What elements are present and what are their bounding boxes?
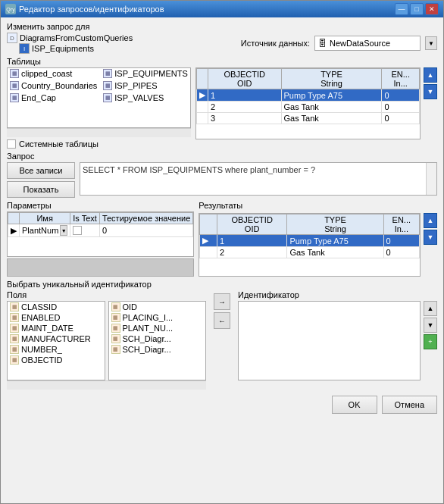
- cell-en: 0: [382, 113, 420, 124]
- footer-buttons: OK Отмена: [7, 393, 437, 417]
- cell-oid: 2: [208, 102, 281, 113]
- cell-en: 0: [383, 235, 419, 247]
- table-col-marker: [196, 69, 208, 89]
- table-name: Country_Boundaries: [21, 81, 97, 90]
- tables-horizontal-scrollbar[interactable]: [7, 128, 191, 137]
- table-name: End_Cap: [21, 93, 56, 102]
- close-button[interactable]: ✕: [425, 3, 439, 15]
- field-item-enabled[interactable]: ▦ ENABLED: [8, 312, 105, 323]
- table-row[interactable]: ▶ 1 Pump Type A75 0: [196, 89, 419, 102]
- param-dropdown-arrow[interactable]: ▼: [60, 225, 67, 236]
- fields-horizontal-scrollbar[interactable]: [7, 380, 206, 390]
- field-item-number[interactable]: ▦ NUMBER_: [8, 344, 105, 355]
- identifier-panel[interactable]: [238, 301, 421, 380]
- params-results-section: Параметры Имя Is Text Тестируемое значен…: [7, 201, 437, 277]
- table-row[interactable]: 3 Gas Tank 0: [196, 113, 419, 124]
- result-row[interactable]: 2 Gas Tank 0: [200, 247, 420, 258]
- datasource-dropdown-arrow[interactable]: ▼: [425, 36, 437, 50]
- table-row[interactable]: 2 Gas Tank 0: [196, 102, 419, 113]
- result-row[interactable]: ▶ 1 Pump Type A75 0: [200, 235, 420, 247]
- table-name: ISP_EQUIPMENTS: [114, 69, 188, 78]
- arrows-panel: → ←: [211, 290, 233, 332]
- field-icon: ▦: [10, 302, 19, 311]
- result-col-type: TYPEString: [287, 214, 383, 235]
- field-item-sch-diag2[interactable]: ▦ SCH_Diagr...: [109, 344, 206, 355]
- table-icon: ▦: [10, 69, 19, 78]
- unique-body: Поля ▦ CLASSID ▦ ENABLED: [7, 290, 437, 390]
- row-marker: [196, 113, 208, 124]
- row-marker: [196, 102, 208, 113]
- results-table-container[interactable]: OBJECTIDOID TYPEString EN...In... ▶ 1 Pu…: [199, 213, 421, 277]
- change-query-row: D DiagramsFromCustomQueries I ISP_Equipm…: [7, 33, 437, 54]
- maximize-button[interactable]: □: [410, 3, 424, 15]
- ok-button[interactable]: OK: [332, 396, 377, 414]
- result-col-marker: [200, 214, 217, 235]
- cell-oid: 1: [208, 89, 281, 102]
- field-item-oid[interactable]: ▦ OID: [109, 302, 206, 312]
- unique-identifier-label: Выбрать уникальный идентификатор: [7, 280, 437, 289]
- content-area: Изменить запрос для D DiagramsFromCustom…: [1, 17, 443, 503]
- datasource-combo[interactable]: 🗄 NewDataSource: [314, 36, 421, 51]
- cell-type: Pump Type A75: [287, 235, 383, 247]
- field-icon: ▦: [10, 345, 19, 354]
- field-icon: ▦: [111, 302, 120, 311]
- row-marker: [200, 247, 217, 258]
- change-query-section: Изменить запрос для D DiagramsFromCustom…: [7, 22, 437, 54]
- identifier-add-button[interactable]: +: [424, 334, 437, 349]
- field-item-maint-date[interactable]: ▦ MAINT_DATE: [8, 323, 105, 333]
- table-item-end-cap[interactable]: ▦ End_Cap: [8, 92, 99, 103]
- parameters-label: Параметры: [7, 201, 194, 210]
- results-scroll-down[interactable]: ▼: [424, 230, 437, 245]
- query-text: SELECT * FROM ISP_EQUIPMENTS where plant…: [83, 165, 315, 174]
- results-scroll-up[interactable]: ▲: [424, 213, 437, 228]
- tables-list[interactable]: ▦ clipped_coast ▦ ISP_EQUIPMENTS ▦ Count…: [7, 67, 191, 128]
- identifier-scroll-up[interactable]: ▲: [424, 301, 437, 316]
- results-panel: Результаты OBJECTIDOID TYPEString EN...I…: [199, 201, 437, 277]
- cell-type: Gas Tank: [281, 113, 382, 124]
- scroll-down-button[interactable]: ▼: [424, 84, 437, 99]
- istext-checkbox[interactable]: [73, 226, 82, 235]
- cell-en: 0: [383, 247, 419, 258]
- result-col-objectid: OBJECTIDOID: [217, 214, 286, 235]
- minimize-button[interactable]: —: [395, 3, 408, 15]
- table-item-isp-equip[interactable]: ▦ ISP_EQUIPMENTS: [101, 68, 190, 79]
- field-icon: ▦: [111, 345, 120, 354]
- query-scrollbar[interactable]: [426, 163, 436, 195]
- query-text-area[interactable]: SELECT * FROM ISP_EQUIPMENTS where plant…: [80, 162, 437, 196]
- table-item-isp-valves[interactable]: ▦ ISP_VALVES: [101, 92, 190, 103]
- tables-data-container[interactable]: OBJECTIDOID TYPEString EN...In... ▶ 1 Pu…: [195, 67, 421, 139]
- table-item-country[interactable]: ▦ Country_Boundaries: [8, 80, 99, 91]
- param-istext[interactable]: [70, 224, 100, 237]
- cancel-button[interactable]: Отмена: [382, 396, 437, 414]
- scroll-up-button[interactable]: ▲: [424, 67, 437, 83]
- fields-lists-row: ▦ CLASSID ▦ ENABLED ▦ MAINT_DATE: [7, 301, 206, 380]
- identifier-label: Идентификатор: [238, 290, 437, 299]
- field-item-classid[interactable]: ▦ CLASSID: [8, 302, 105, 312]
- table-item-isp-pipes[interactable]: ▦ ISP_PIPES: [101, 80, 190, 91]
- field-item-placing[interactable]: ▦ PLACING_I...: [109, 312, 206, 323]
- fields-right-list[interactable]: ▦ OID ▦ PLACING_I... ▦ PLANT_NU...: [108, 301, 207, 380]
- param-col-testval: Тестируемое значение: [99, 213, 192, 224]
- sys-tables-checkbox[interactable]: [7, 139, 16, 149]
- fields-left-list[interactable]: ▦ CLASSID ▦ ENABLED ▦ MAINT_DATE: [7, 301, 105, 380]
- tables-data-table: OBJECTIDOID TYPEString EN...In... ▶ 1 Pu…: [196, 68, 420, 124]
- identifier-scroll-buttons: ▲ ▼ +: [424, 301, 437, 380]
- field-item-manufacturer[interactable]: ▦ MANUFACTURER: [8, 333, 105, 344]
- params-table-container[interactable]: Имя Is Text Тестируемое значение ▶ Plant: [7, 211, 194, 257]
- arrow-right-button[interactable]: →: [214, 293, 230, 310]
- table-item-clipped[interactable]: ▦ clipped_coast: [8, 68, 99, 79]
- tree-child-node[interactable]: I ISP_Equipments: [7, 43, 133, 54]
- all-records-button[interactable]: Все записи: [7, 162, 75, 179]
- field-icon: ▦: [10, 334, 19, 343]
- param-row[interactable]: ▶ PlantNum ▼ 0: [8, 224, 193, 237]
- arrow-left-button[interactable]: ←: [214, 312, 230, 329]
- cell-type: Gas Tank: [287, 247, 383, 258]
- field-name: MAINT_DATE: [21, 324, 73, 333]
- field-icon: ▦: [10, 355, 19, 365]
- field-item-sch-diag1[interactable]: ▦ SCH_Diagr...: [109, 333, 206, 344]
- field-item-objectid[interactable]: ▦ OBJECTID: [8, 355, 105, 365]
- show-button[interactable]: Показать: [7, 181, 75, 198]
- field-item-plant-nu[interactable]: ▦ PLANT_NU...: [109, 323, 206, 333]
- child-node-label: ISP_Equipments: [32, 44, 94, 53]
- identifier-scroll-down[interactable]: ▼: [424, 318, 437, 333]
